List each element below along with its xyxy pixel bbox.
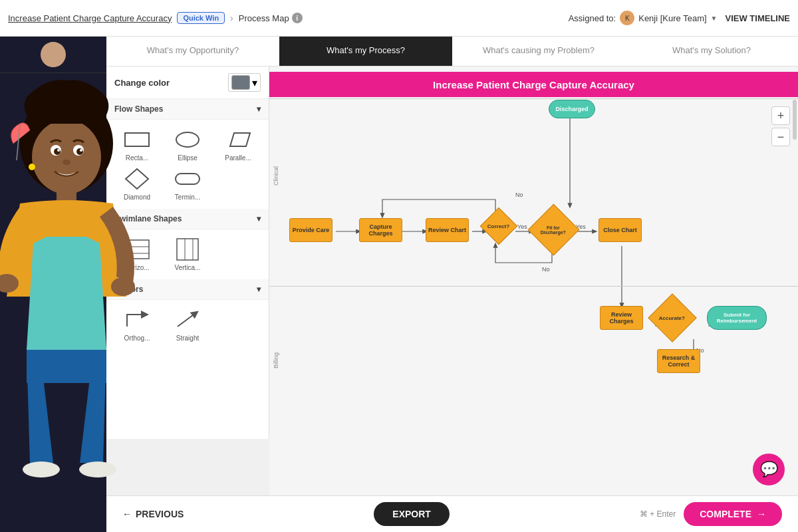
node-close-chart[interactable]: Close Chart (598, 218, 642, 242)
shape-parallelogram[interactable]: Paralle... (215, 128, 261, 162)
breadcrumb-project-link[interactable]: Increase Patient Charge Capture Accuracy (8, 13, 172, 23)
zoom-controls: + − (771, 106, 790, 146)
svg-rect-2 (125, 133, 149, 146)
tab-solution[interactable]: What's my Solution? (625, 37, 798, 66)
svg-marker-5 (126, 169, 148, 189)
change-color-label: Change color (114, 78, 170, 88)
quick-win-badge: Quick Win (177, 12, 225, 24)
tab-bar: What's my Opportunity? What's my Process… (106, 37, 798, 66)
breadcrumb-separator: › (230, 13, 233, 23)
svg-point-1 (45, 58, 61, 67)
shape-rectangle[interactable]: Recta... (114, 128, 160, 162)
svg-text:Yes: Yes (517, 223, 527, 230)
prev-arrow-icon: ← (122, 509, 132, 519)
assignee-chevron[interactable]: ▼ (711, 15, 718, 22)
flow-shapes-section[interactable]: Flow Shapes ▾ (106, 99, 269, 120)
user-avatar (41, 42, 66, 67)
svg-rect-10 (177, 239, 198, 260)
color-chevron: ▾ (252, 76, 257, 89)
top-bar: Increase Patient Charge Capture Accuracy… (0, 0, 798, 37)
shape-panel: Change color ▾ Flow Shapes ▾ Recta... El… (106, 66, 269, 439)
keyboard-shortcut-hint: ⌘ ⌘ + Enter + Enter (640, 509, 676, 519)
svg-text:No: No (542, 266, 550, 273)
node-provide-care[interactable]: Provide Care (289, 218, 332, 242)
swimlane-shapes-section[interactable]: Swimlane Shapes ▾ (106, 209, 269, 229)
svg-rect-6 (176, 174, 200, 184)
scroll-indicator (793, 100, 797, 140)
top-bar-right: Assigned to: K Kenji [Kure Team] ▼ VIEW … (569, 11, 790, 25)
flow-shapes-chevron: ▾ (257, 104, 261, 114)
svg-line-13 (178, 313, 196, 327)
bottom-bar: ← PREVIOUS EXPORT ⌘ ⌘ + Enter + Enter CO… (106, 495, 798, 532)
tab-problem[interactable]: What's causing my Problem? (452, 37, 625, 66)
swimlane-shapes-grid: Horizo... Vertica... (106, 229, 269, 279)
svg-point-3 (176, 132, 199, 147)
vectors-chevron: ▾ (257, 285, 261, 294)
lane2-label: Billing (273, 352, 279, 368)
svg-text:No: No (515, 192, 523, 198)
node-submit-reimbursement[interactable]: Submit for Reimbursement (707, 306, 767, 330)
tab-opportunity[interactable]: What's my Opportunity? (106, 37, 279, 66)
node-capture-charges[interactable]: Capture Charges (359, 218, 402, 242)
color-dropdown[interactable]: ▾ (228, 73, 261, 92)
info-icon[interactable]: i (292, 13, 303, 23)
vectors-section[interactable]: Vectors ▾ (106, 279, 269, 300)
process-svg: No Yes No Yes Yes No (269, 66, 798, 495)
svg-marker-4 (230, 133, 250, 146)
shape-vertical[interactable]: Vertica... (165, 237, 210, 271)
lane-divider-top (269, 98, 798, 99)
flow-shapes-grid: Recta... Ellipse Paralle... Diamond Term… (106, 120, 269, 209)
export-button[interactable]: EXPORT (374, 502, 450, 526)
tab-process[interactable]: What's my Process? (279, 37, 452, 66)
node-accurate[interactable]: Accurate? (648, 293, 697, 342)
shape-panel-header: Change color ▾ (106, 66, 269, 99)
cmd-icon: ⌘ (640, 509, 648, 519)
node-fit-for-discharge[interactable]: Fit forDischarge? (528, 204, 580, 256)
zoom-in-button[interactable]: + (771, 106, 790, 125)
complete-button[interactable]: COMPLETE → (684, 502, 782, 526)
assignee-avatar: K (620, 11, 634, 25)
zoom-out-button[interactable]: − (771, 128, 790, 146)
shape-horizontal[interactable]: Horizo... (114, 237, 160, 271)
lane-divider-mid (269, 286, 798, 287)
top-bar-left: Increase Patient Charge Capture Accuracy… (8, 12, 569, 24)
node-research-correct[interactable]: Research & Correct (657, 349, 700, 373)
previous-button[interactable]: ← PREVIOUS (122, 509, 184, 519)
complete-arrow-icon: → (757, 509, 766, 519)
sidebar (0, 0, 106, 532)
complete-section: ⌘ ⌘ + Enter + Enter COMPLETE → (640, 502, 782, 526)
color-swatch (231, 75, 250, 90)
process-map-breadcrumb: Process Map i (239, 13, 303, 23)
svg-rect-7 (125, 240, 149, 259)
node-discharged[interactable]: Discharged (549, 100, 595, 118)
shape-straight[interactable]: Straight (165, 308, 210, 342)
shape-terminal[interactable]: Termin... (165, 167, 210, 201)
process-map-title: Increase Patient Charge Capture Accuracy (269, 72, 798, 97)
shape-diamond[interactable]: Diamond (114, 167, 160, 201)
svg-point-0 (48, 47, 59, 57)
shape-orthogonal[interactable]: Orthog... (114, 308, 160, 342)
node-correct[interactable]: Correct? (480, 207, 518, 245)
shape-ellipse[interactable]: Ellipse (165, 128, 210, 162)
chat-icon: 💬 (760, 461, 778, 478)
sidebar-avatar (0, 37, 106, 73)
vectors-grid: Orthog... Straight (106, 300, 269, 350)
chat-button[interactable]: 💬 (753, 454, 785, 485)
lane1-label: Clinical (273, 166, 279, 186)
assigned-to: Assigned to: K Kenji [Kure Team] ▼ (569, 11, 718, 25)
node-review-chart[interactable]: Review Chart (426, 218, 469, 242)
swimlane-chevron: ▾ (257, 214, 261, 223)
view-timeline-button[interactable]: VIEW TIMELINE (726, 13, 791, 23)
canvas-area[interactable]: Increase Patient Charge Capture Accuracy (269, 66, 798, 495)
canvas-scroll: Increase Patient Charge Capture Accuracy (269, 66, 798, 495)
node-review-charges[interactable]: Review Charges (600, 306, 643, 330)
